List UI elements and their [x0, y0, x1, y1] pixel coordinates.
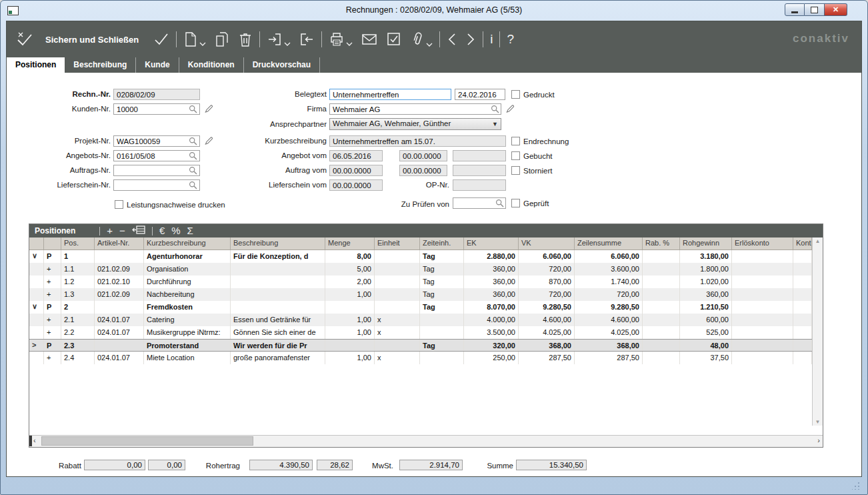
print-button[interactable] — [329, 31, 353, 47]
table-row[interactable]: +1.2021.02.10Durchführung2,00Tag360,0087… — [29, 276, 813, 288]
auftrags-nr-field[interactable] — [113, 165, 200, 176]
table-row[interactable]: ∨P2FremdkostenTag8.070,009.280,509.280,5… — [29, 301, 813, 314]
firma-field[interactable] — [329, 103, 501, 115]
column-header[interactable]: Erlöskonto — [732, 237, 793, 250]
column-header[interactable] — [44, 237, 61, 250]
scroll-thumb[interactable] — [41, 436, 253, 446]
save-and-close-label[interactable]: Sichern und Schließen — [45, 35, 139, 45]
angebot-vom-field2[interactable] — [399, 150, 447, 161]
table-row[interactable]: +2.4024.01.07Miete Locationgroße panoram… — [29, 352, 813, 364]
info-button[interactable]: i — [490, 32, 493, 47]
save-and-close-icon[interactable] — [16, 31, 33, 48]
lieferschein-nr-field[interactable] — [113, 179, 200, 191]
tab-positionen[interactable]: Positionen — [7, 57, 65, 73]
angebots-nr-field[interactable] — [113, 150, 200, 161]
chevron-down-icon[interactable] — [346, 41, 353, 47]
restore-button[interactable] — [805, 3, 825, 16]
add-row-button[interactable]: + — [107, 225, 113, 237]
column-header[interactable]: Rohgewinn — [680, 237, 732, 250]
geprueft-checkbox[interactable] — [511, 199, 520, 207]
tab-konditionen[interactable]: Konditionen — [179, 57, 244, 73]
expand-icon[interactable]: ∨ — [29, 250, 44, 263]
close-button[interactable]: ✕ — [825, 3, 847, 16]
kurzbeschreibung-field[interactable] — [329, 135, 506, 147]
table-row[interactable]: +1.1021.02.09Organisation5,00Tag360,0072… — [29, 263, 813, 276]
scroll-down-icon[interactable]: ▼ — [813, 419, 823, 425]
column-header[interactable]: Beschreibung — [231, 237, 325, 250]
ansprechpartner-select[interactable]: Wehmaier AG, Wehmaier, Günther▼ — [329, 118, 501, 130]
auftrag-vom-field2[interactable] — [399, 165, 447, 176]
auftrags-nr-lookup-icon[interactable] — [189, 166, 197, 175]
belegdatum-field[interactable] — [455, 89, 505, 100]
delete-button[interactable] — [238, 31, 253, 47]
email-button[interactable] — [361, 32, 378, 47]
scroll-left-icon[interactable]: ‹ — [33, 436, 36, 444]
task-check-button[interactable] — [386, 31, 402, 47]
storniert-checkbox[interactable] — [511, 166, 520, 175]
chevron-down-icon[interactable] — [199, 41, 206, 47]
lieferschein-nr-lookup-icon[interactable] — [189, 181, 197, 189]
table-row[interactable]: +1.3021.02.09Nachbereitung1,00Tag360,007… — [29, 288, 813, 301]
lieferschein-vom-field[interactable] — [329, 179, 383, 191]
projekt-nr-field[interactable] — [113, 135, 200, 147]
table-row[interactable]: +2.1024.01.07CateringEssen und Getränke … — [29, 314, 813, 326]
belegtext-field[interactable] — [329, 89, 451, 100]
tab-beschreibung[interactable]: Beschreibung — [65, 57, 136, 73]
op-nr-field[interactable] — [453, 179, 506, 191]
column-header[interactable]: Zeiteinh. — [420, 237, 464, 250]
column-splitter[interactable] — [29, 436, 32, 446]
chevron-down-icon[interactable] — [426, 42, 433, 47]
export-button[interactable] — [299, 31, 315, 47]
column-header[interactable]: EK — [464, 237, 519, 250]
angebot-vom-field[interactable] — [329, 150, 383, 161]
table-row[interactable]: ∨P1AgenturhonorarFür die Konzeption, d8,… — [29, 250, 813, 263]
leistungsnachweise-checkbox[interactable] — [115, 200, 123, 209]
remove-row-button[interactable]: − — [119, 225, 125, 237]
percent-button[interactable]: % — [171, 225, 180, 237]
column-header[interactable]: Kurzbeschreibung — [144, 237, 231, 250]
column-header[interactable] — [29, 237, 44, 250]
projekt-nr-lookup-icon[interactable] — [189, 137, 197, 145]
column-header[interactable]: Zeilensumme — [575, 237, 643, 250]
next-record-button[interactable] — [465, 32, 476, 47]
expand-icon[interactable]: > — [29, 340, 44, 351]
column-header[interactable]: Rab. % — [643, 237, 680, 250]
column-header[interactable]: Pos. — [61, 237, 95, 250]
sum-button[interactable]: Σ — [187, 225, 193, 237]
minimize-button[interactable] — [785, 3, 805, 16]
angebot-vom-field3[interactable] — [453, 150, 506, 161]
scroll-up-icon[interactable]: ▲ — [813, 238, 823, 244]
column-header[interactable]: Einheit — [375, 237, 420, 250]
previous-record-button[interactable] — [447, 32, 457, 47]
chevron-down-icon[interactable] — [284, 41, 291, 47]
gedruckt-checkbox[interactable] — [511, 90, 520, 99]
endrechnung-checkbox[interactable] — [511, 137, 520, 145]
firma-lookup-icon[interactable] — [491, 105, 499, 113]
euro-button[interactable]: € — [159, 225, 165, 237]
copy-button[interactable] — [214, 31, 230, 47]
table-row[interactable]: >P2.3PromoterstandWir werden für die PrT… — [29, 339, 813, 352]
scroll-right-icon[interactable]: › — [817, 436, 820, 444]
tab-druckvorschau[interactable]: Druckvorschau — [244, 57, 320, 73]
help-button[interactable]: ? — [507, 32, 514, 47]
confirm-icon[interactable] — [153, 31, 169, 47]
horizontal-scrollbar[interactable]: ‹ › — [29, 435, 823, 447]
gebucht-checkbox[interactable] — [511, 151, 520, 160]
tab-kunde[interactable]: Kunde — [136, 57, 179, 73]
vertical-scrollbar[interactable]: ▲ ▼ — [812, 237, 823, 426]
attachment-button[interactable] — [410, 31, 433, 48]
new-document-button[interactable] — [183, 31, 206, 47]
column-header[interactable]: VK — [519, 237, 575, 250]
resize-grip[interactable] — [852, 482, 860, 490]
rechn-nr-field[interactable] — [113, 89, 200, 100]
angebots-nr-lookup-icon[interactable] — [189, 151, 197, 160]
kunden-nr-field[interactable] — [113, 103, 200, 115]
outdent-icon[interactable] — [132, 225, 145, 237]
column-header[interactable]: Konto — [793, 237, 812, 250]
titlebar[interactable]: Rechnungen : 0208/02/09, Wehmaier AG (5/… — [1, 1, 867, 21]
firma-edit-icon[interactable] — [505, 103, 515, 114]
column-header[interactable]: Menge — [325, 237, 375, 250]
table-row[interactable]: +2.2024.01.07Musikergruppe iNtrmz:Gönnen… — [29, 326, 813, 339]
auftrag-vom-field3[interactable] — [453, 165, 506, 176]
expand-icon[interactable]: ∨ — [29, 301, 44, 314]
